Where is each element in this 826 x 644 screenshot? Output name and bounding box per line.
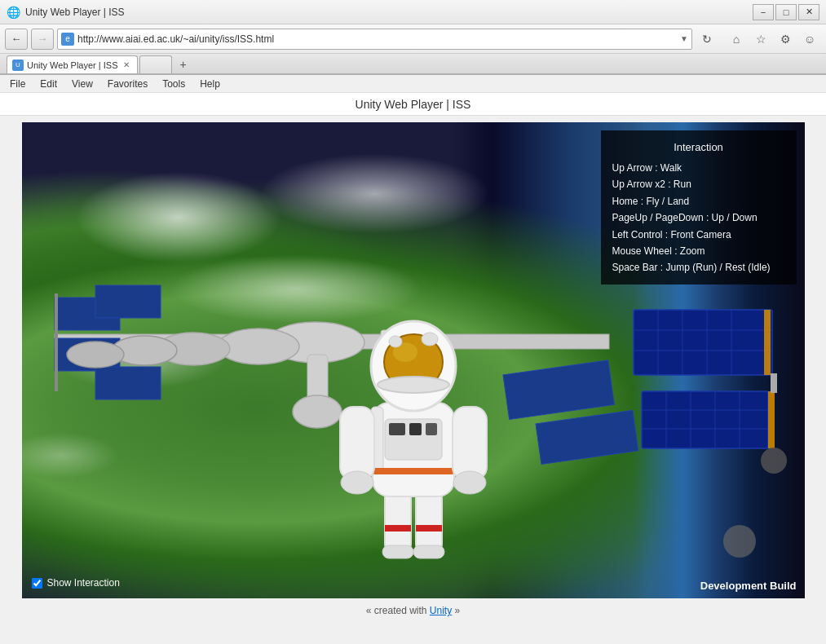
- menu-bar: File Edit View Favorites Tools Help: [0, 75, 826, 93]
- svg-rect-66: [426, 423, 437, 435]
- back-button[interactable]: ←: [5, 29, 28, 50]
- address-input[interactable]: [77, 33, 680, 45]
- svg-rect-58: [385, 525, 411, 532]
- tab-empty[interactable]: [139, 55, 172, 73]
- control-left-control: Left Control : Front Camera: [612, 227, 785, 243]
- page-footer: « created with Unity »: [0, 598, 826, 623]
- tab-label: Unity Web Player | ISS: [27, 60, 117, 70]
- solar-panels-right-svg: [625, 302, 788, 481]
- svg-point-79: [378, 377, 449, 393]
- svg-rect-26: [95, 367, 161, 399]
- svg-rect-59: [416, 525, 442, 532]
- tools-button[interactable]: ⚙: [774, 29, 797, 50]
- svg-point-78: [389, 336, 402, 347]
- svg-rect-65: [409, 423, 422, 435]
- svg-rect-61: [413, 545, 444, 558]
- control-mouse-wheel: Mouse Wheel : Zoom: [612, 243, 785, 259]
- page-title-bar: Unity Web Player | ISS: [0, 93, 826, 116]
- show-interaction-label[interactable]: Show Interaction: [32, 577, 120, 589]
- svg-rect-68: [373, 468, 454, 474]
- interaction-panel-title: Interaction: [612, 139, 785, 157]
- svg-rect-56: [385, 488, 411, 554]
- control-up-arrow-walk: Up Arrow : Walk: [612, 160, 785, 176]
- interaction-panel: Interaction Up Arrow : Walk Up Arrow x2 …: [601, 130, 797, 285]
- tab-bar: U Unity Web Player | ISS ✕ +: [0, 54, 826, 75]
- new-tab-button[interactable]: +: [174, 55, 192, 73]
- nav-bar: ← → e ▼ ↻ ⌂ ☆ ⚙ ☺: [0, 24, 826, 54]
- footer-text-after: »: [452, 605, 460, 616]
- control-pageup-down: PageUp / PageDown : Up / Down: [612, 210, 785, 226]
- menu-favorites[interactable]: Favorites: [101, 77, 154, 91]
- svg-point-55: [761, 448, 787, 474]
- menu-help[interactable]: Help: [193, 77, 227, 91]
- close-button[interactable]: ✕: [798, 4, 819, 20]
- menu-file[interactable]: File: [3, 77, 32, 91]
- svg-rect-25: [95, 285, 161, 318]
- footer-unity-link[interactable]: Unity: [430, 605, 452, 616]
- title-bar-left: 🌐 Unity Web Player | ISS: [7, 6, 125, 19]
- svg-rect-64: [389, 423, 405, 435]
- address-icon: e: [61, 33, 74, 46]
- scroll-circle[interactable]: [723, 525, 756, 558]
- svg-rect-54: [771, 373, 777, 393]
- game-viewport[interactable]: Interaction Up Arrow : Walk Up Arrow x2 …: [22, 122, 805, 598]
- svg-rect-28: [536, 410, 638, 464]
- astronaut: [324, 280, 503, 566]
- svg-rect-52: [764, 310, 771, 375]
- tab-close-button[interactable]: ✕: [121, 60, 132, 71]
- menu-edit[interactable]: Edit: [33, 77, 64, 91]
- maximize-button[interactable]: □: [775, 4, 797, 20]
- svg-rect-38: [634, 310, 772, 375]
- window-title: Unity Web Player | ISS: [25, 7, 125, 18]
- svg-rect-24: [55, 293, 58, 391]
- minimize-button[interactable]: −: [753, 4, 774, 20]
- tab-favicon: U: [12, 60, 24, 71]
- footer-text-before: « created with: [366, 605, 430, 616]
- svg-point-72: [453, 471, 486, 494]
- svg-rect-57: [416, 488, 442, 554]
- favorites-button[interactable]: ☆: [749, 29, 772, 50]
- svg-rect-70: [453, 407, 487, 480]
- dev-build-label: Development Build: [700, 580, 797, 592]
- address-bar: e ▼: [57, 29, 692, 50]
- forward-button[interactable]: →: [31, 29, 54, 50]
- title-bar: 🌐 Unity Web Player | ISS − □ ✕: [0, 0, 826, 24]
- svg-point-77: [422, 333, 438, 346]
- menu-view[interactable]: View: [65, 77, 99, 91]
- tab-unity-iss[interactable]: U Unity Web Player | ISS ✕: [7, 55, 138, 73]
- svg-rect-53: [768, 391, 775, 448]
- svg-rect-45: [642, 391, 768, 448]
- svg-rect-27: [503, 360, 614, 420]
- show-interaction-checkbox[interactable]: [32, 578, 42, 589]
- control-home-fly: Home : Fly / Land: [612, 193, 785, 210]
- menu-tools[interactable]: Tools: [156, 77, 192, 91]
- astronaut-svg: [324, 280, 503, 566]
- smiley-button[interactable]: ☺: [798, 29, 821, 50]
- dropdown-icon[interactable]: ▼: [680, 34, 688, 43]
- page-title: Unity Web Player | ISS: [356, 98, 471, 111]
- show-interaction-text: Show Interaction: [47, 577, 120, 589]
- control-up-arrow-run: Up Arrow x2 : Run: [612, 176, 785, 192]
- svg-point-33: [67, 342, 124, 368]
- nav-right-buttons: ⌂ ☆ ⚙ ☺: [725, 29, 821, 50]
- title-bar-controls: − □ ✕: [753, 4, 819, 20]
- game-area: Interaction Up Arrow : Walk Up Arrow x2 …: [0, 116, 826, 598]
- svg-rect-69: [340, 407, 374, 480]
- home-button[interactable]: ⌂: [725, 29, 748, 50]
- control-space-bar: Space Bar : Jump (Run) / Rest (Idle): [612, 259, 785, 276]
- svg-rect-60: [382, 545, 413, 558]
- refresh-button[interactable]: ↻: [696, 29, 718, 50]
- svg-point-71: [341, 471, 373, 494]
- title-bar-icon: 🌐: [7, 6, 20, 19]
